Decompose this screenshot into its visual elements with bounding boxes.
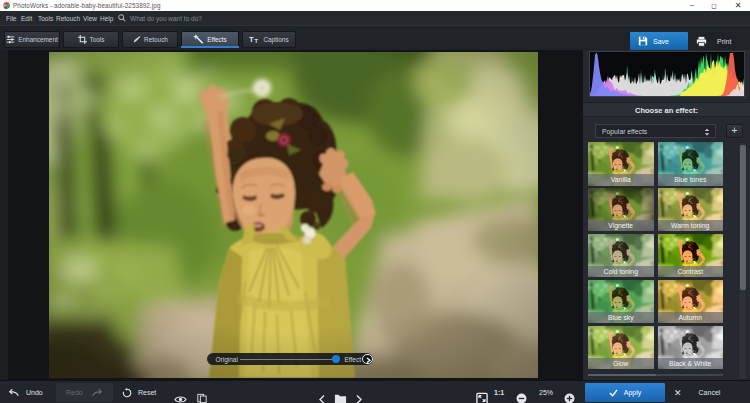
svg-text:T: T bbox=[255, 38, 259, 44]
svg-text:T: T bbox=[249, 35, 254, 44]
